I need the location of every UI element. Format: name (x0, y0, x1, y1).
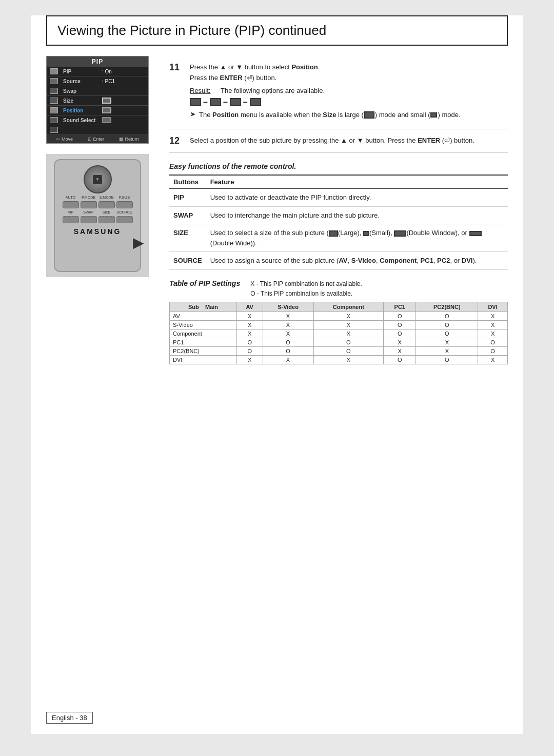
feature-button-size: SIZE (169, 224, 206, 252)
pip-menu-item-sound: Sound Select (47, 115, 148, 125)
result-label: Result: (190, 87, 215, 94)
pip-row-component: Component X X X O O X (170, 329, 508, 338)
remote-inner: ▼ AUTO P.MODE S.MODE P.SIZE (54, 159, 141, 272)
remote-control-image: ▼ AUTO P.MODE S.MODE P.SIZE (46, 154, 149, 277)
pip-table-col-main: Sub Main (170, 302, 237, 312)
page-title: Viewing the Picture in Picture (PIP) con… (57, 23, 326, 38)
step-12: 12 Select a position of the sub picture … (169, 129, 508, 153)
pip-note-o: O - This PIP combination is available. (250, 289, 362, 299)
feature-table: Buttons Feature PIP Used to activate or … (169, 175, 508, 270)
title-box: Viewing the Picture in Picture (PIP) con… (46, 15, 508, 46)
note-text: The Position menu is available when the … (199, 110, 461, 120)
feature-desc-size: Used to select a size of the sub picture… (206, 224, 508, 252)
step-11: 11 Press the ▲ or ▼ button to select Pos… (169, 56, 508, 129)
pip-settings-section: Table of PIP Settings X - This PIP combi… (169, 279, 508, 364)
step-12-content: Select a position of the sub picture by … (190, 135, 508, 146)
feature-button-source: SOURCE (169, 252, 206, 270)
feature-row-source: SOURCE Used to assign a source of the su… (169, 252, 508, 270)
pip-menu-item-last (47, 125, 148, 135)
col-header-feature: Feature (206, 175, 508, 189)
pip-menu-item-position: Position (47, 106, 148, 115)
page-footer: English - 38 (46, 712, 93, 724)
pip-row-av: AV X X X O O X (170, 312, 508, 320)
left-column: PIP PIP : On Source : PC1 Swap (46, 56, 159, 364)
pip-table-col-svideo: S-Video (263, 302, 313, 312)
page: Viewing the Picture in Picture (PIP) con… (31, 15, 523, 734)
position-icons: – – – (190, 98, 508, 107)
pip-table-col-component: Component (313, 302, 384, 312)
pip-menu-item-pip: PIP : On (47, 67, 148, 76)
pip-menu-box: PIP PIP : On Source : PC1 Swap (46, 56, 149, 144)
feature-row-size: SIZE Used to select a size of the sub pi… (169, 224, 508, 252)
easy-functions-section: Easy functions of the remote control. Bu… (169, 162, 508, 270)
pip-menu-item-size: Size (47, 96, 148, 106)
col-header-buttons: Buttons (169, 175, 206, 189)
right-column: 11 Press the ▲ or ▼ button to select Pos… (169, 56, 508, 364)
samsung-logo: SAMSUNG (74, 227, 122, 236)
remote-dial: ▼ (84, 165, 112, 193)
feature-row-pip: PIP Used to activate or deactivate the P… (169, 189, 508, 207)
pip-row-pc2bnc: PC2(BNC) O O O X X O (170, 346, 508, 355)
pip-settings-header: Table of PIP Settings X - This PIP combi… (169, 279, 508, 299)
pip-note-block: X - This PIP combination is not availabl… (250, 279, 362, 299)
pip-data-table: Sub Main AV S-Video Component PC1 PC2(BN… (169, 302, 508, 364)
step-11-result: Result: The following options are availa… (190, 87, 508, 94)
pip-table-col-dvi: DVI (478, 302, 508, 312)
feature-desc-pip: Used to activate or deactivate the PIP f… (206, 189, 508, 207)
pip-row-svideo: S-Video X X X O O X (170, 320, 508, 329)
step-11-number: 11 (169, 62, 185, 73)
note-arrow-icon: ➤ (190, 110, 196, 118)
step-11-note: ➤ The Position menu is available when th… (190, 110, 508, 120)
pip-table-col-av: AV (236, 302, 263, 312)
remote-top-labels: AUTO P.MODE S.MODE P.SIZE (63, 196, 133, 199)
feature-button-swap: SWAP (169, 206, 206, 224)
arrow-right-icon: ▶ (133, 234, 144, 251)
remote-top-buttons (63, 201, 133, 208)
content-area: PIP PIP : On Source : PC1 Swap (31, 56, 523, 364)
pip-row-dvi: DVI X X X O O X (170, 355, 508, 364)
result-text: The following options are available. (221, 87, 325, 94)
remote-pip-buttons (63, 216, 133, 223)
feature-desc-source: Used to assign a source of the sub pictu… (206, 252, 508, 270)
pip-menu-item-swap: Swap (47, 86, 148, 96)
pip-note-x: X - This PIP combination is not availabl… (250, 279, 362, 289)
step-11-content: Press the ▲ or ▼ button to select Positi… (190, 62, 508, 84)
pip-settings-title: Table of PIP Settings (169, 279, 240, 299)
pip-table-col-pc1: PC1 (384, 302, 416, 312)
remote-pip-labels: PiP SWAP SIZE SOURCE (63, 210, 133, 214)
feature-button-pip: PIP (169, 189, 206, 207)
pip-row-pc1: PC1 O O O X X O (170, 338, 508, 346)
step-12-number: 12 (169, 135, 185, 146)
footer-text: English - 38 (52, 714, 87, 722)
pip-menu-bottom: ⇦ Move ⊡ Enter ▦ Return (47, 135, 148, 143)
footer-box: English - 38 (46, 712, 93, 724)
pip-table-col-pc2bnc: PC2(BNC) (416, 302, 478, 312)
feature-row-swap: SWAP Used to interchange the main pictur… (169, 206, 508, 224)
pip-menu-item-source: Source : PC1 (47, 76, 148, 86)
pip-menu-title: PIP (47, 56, 148, 67)
easy-functions-title: Easy functions of the remote control. (169, 162, 508, 170)
feature-desc-swap: Used to interchange the main picture and… (206, 206, 508, 224)
